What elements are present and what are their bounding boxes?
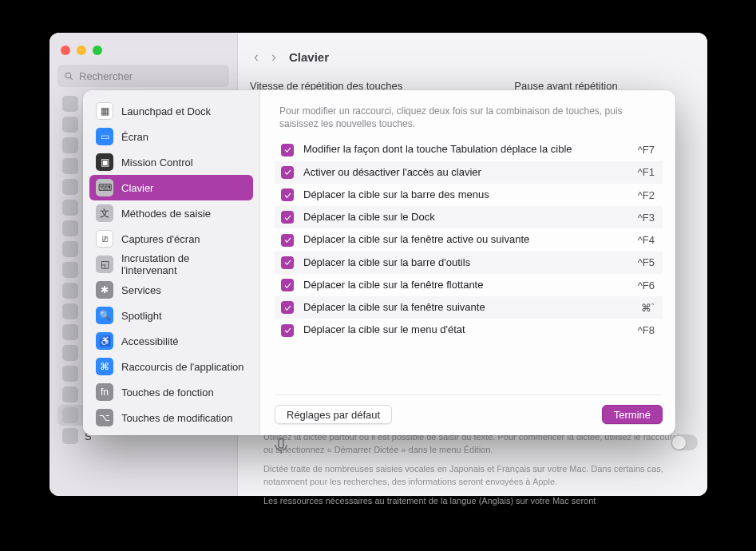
bg-sidebar-item-icon bbox=[62, 386, 78, 402]
shortcut-keys[interactable]: ^F7 bbox=[638, 144, 655, 156]
shortcut-list: Modifier la façon dont la touche Tabulat… bbox=[275, 138, 663, 388]
bg-sidebar-item-icon bbox=[62, 262, 78, 278]
category-item-label: Incrustation de l'intervenant bbox=[121, 252, 247, 276]
bg-sidebar-item-icon bbox=[62, 158, 78, 174]
category-item-label: Spotlight bbox=[121, 310, 162, 322]
shortcut-keys[interactable]: ^F5 bbox=[638, 256, 655, 268]
category-item-label: Clavier bbox=[121, 182, 153, 194]
category-item[interactable]: ⌘Raccourcis de l'application bbox=[89, 354, 253, 379]
shortcut-label: Déplacer la cible sur le Dock bbox=[303, 211, 628, 224]
category-item[interactable]: ▦Launchpad et Dock bbox=[89, 98, 253, 124]
zoom-window-button[interactable] bbox=[93, 46, 102, 55]
category-item[interactable]: ✱Services bbox=[89, 277, 253, 303]
back-button[interactable]: ‹ bbox=[254, 49, 259, 65]
bg-sidebar-item-icon bbox=[62, 303, 78, 319]
shortcut-keys[interactable]: ^F4 bbox=[638, 234, 655, 246]
shortcut-row[interactable]: Déplacer la cible sur la barre des menus… bbox=[275, 184, 663, 206]
bg-sidebar-item-icon bbox=[62, 241, 78, 257]
category-item[interactable]: 文Méthodes de saisie bbox=[89, 200, 253, 226]
category-item-icon: ♿ bbox=[96, 332, 113, 350]
shortcut-label: Déplacer la cible sur la fenêtre flottan… bbox=[303, 279, 628, 291]
category-item-icon: ▣ bbox=[96, 153, 113, 171]
close-window-button[interactable] bbox=[61, 46, 70, 55]
category-item-icon: 🔍 bbox=[96, 307, 113, 324]
category-item[interactable]: ⌨Clavier bbox=[89, 175, 253, 200]
shortcuts-sheet: ▦Launchpad et Dock▭Écran▣Mission Control… bbox=[83, 90, 675, 435]
category-item[interactable]: 🔍Spotlight bbox=[89, 303, 253, 328]
shortcut-checkbox[interactable] bbox=[281, 301, 294, 314]
search-placeholder: Rechercher bbox=[79, 70, 133, 82]
category-item-icon: ▭ bbox=[96, 128, 113, 145]
category-item-icon: ⌘ bbox=[96, 358, 113, 375]
done-button[interactable]: Terminé bbox=[602, 405, 663, 424]
restore-defaults-button[interactable]: Réglages par défaut bbox=[275, 405, 392, 424]
bg-sidebar-item-icon bbox=[62, 117, 78, 133]
shortcut-row[interactable]: Déplacer la cible sur la fenêtre suivant… bbox=[275, 296, 663, 319]
category-item-icon: ⌥ bbox=[96, 409, 113, 426]
shortcut-keys[interactable]: ^F8 bbox=[638, 324, 655, 336]
shortcut-checkbox[interactable] bbox=[281, 324, 294, 337]
shortcut-label: Déplacer la cible sur la fenêtre active … bbox=[303, 233, 628, 246]
category-item[interactable]: fnTouches de fonction bbox=[89, 379, 253, 405]
shortcut-checkbox[interactable] bbox=[281, 188, 294, 201]
shortcut-keys[interactable]: ⌘` bbox=[641, 302, 655, 314]
category-item-icon: 文 bbox=[96, 204, 113, 222]
shortcut-row[interactable]: Modifier la façon dont la touche Tabulat… bbox=[275, 138, 663, 161]
category-item[interactable]: ▭Écran bbox=[89, 124, 253, 149]
shortcut-keys[interactable]: ^F2 bbox=[638, 189, 655, 201]
shortcut-checkbox[interactable] bbox=[281, 234, 294, 247]
bg-sidebar-item-icon bbox=[62, 137, 78, 153]
shortcut-checkbox[interactable] bbox=[281, 144, 294, 157]
shortcut-checkbox[interactable] bbox=[281, 279, 294, 291]
forward-button[interactable]: › bbox=[271, 49, 276, 65]
bg-sidebar-item-icon bbox=[62, 345, 78, 361]
category-item[interactable]: ♿Accessibilité bbox=[89, 328, 253, 354]
settings-topbar: ‹ › Clavier bbox=[254, 41, 691, 73]
minimize-window-button[interactable] bbox=[77, 46, 86, 55]
category-item-label: Services bbox=[121, 284, 161, 296]
done-label: Terminé bbox=[614, 409, 651, 421]
shortcut-row[interactable]: Déplacer la cible sur la barre d'outils^… bbox=[275, 252, 663, 274]
shortcut-checkbox[interactable] bbox=[281, 166, 294, 179]
category-item-icon: ▦ bbox=[96, 102, 113, 120]
shortcut-label: Déplacer la cible sur la barre des menus bbox=[303, 188, 628, 201]
bg-sidebar-item-icon bbox=[62, 96, 78, 112]
category-item-icon: ✱ bbox=[96, 281, 113, 299]
search-input[interactable]: Rechercher bbox=[57, 65, 229, 87]
page-title: Clavier bbox=[289, 50, 329, 64]
category-item[interactable]: ⌥Touches de modification bbox=[89, 405, 253, 430]
shortcuts-main: Pour modifier un raccourci, cliquez deux… bbox=[260, 90, 675, 435]
shortcut-label: Modifier la façon dont la touche Tabulat… bbox=[303, 143, 628, 156]
category-item-label: Écran bbox=[121, 131, 148, 143]
dictation-line3: Les ressources nécessaires au traitement… bbox=[263, 495, 691, 508]
category-item[interactable]: ▣Mission Control bbox=[89, 149, 253, 175]
shortcut-row[interactable]: Déplacer la cible sur le menu d'état^F8 bbox=[275, 319, 663, 341]
instruction-text: Pour modifier un raccourci, cliquez deux… bbox=[275, 105, 663, 138]
shortcut-label: Déplacer la cible sur la fenêtre suivant… bbox=[303, 301, 631, 314]
shortcut-row[interactable]: Activer ou désactiver l'accès au clavier… bbox=[275, 161, 663, 184]
shortcut-keys[interactable]: ^F1 bbox=[638, 166, 655, 178]
category-item-label: Méthodes de saisie bbox=[121, 208, 211, 220]
bg-sidebar-item-icon bbox=[62, 200, 78, 216]
category-item[interactable]: ◱Incrustation de l'intervenant bbox=[89, 252, 253, 277]
shortcut-row[interactable]: Déplacer la cible sur la fenêtre active … bbox=[275, 228, 663, 251]
shortcut-label: Déplacer la cible sur la barre d'outils bbox=[303, 256, 628, 269]
search-icon bbox=[64, 71, 74, 81]
dictation-description: Utilisez la dictée partout où il est pos… bbox=[263, 431, 691, 508]
shortcut-keys[interactable]: ^F6 bbox=[638, 279, 655, 291]
shortcut-row[interactable]: Déplacer la cible sur le Dock^F3 bbox=[275, 206, 663, 228]
shortcut-label: Déplacer la cible sur le menu d'état bbox=[303, 323, 628, 336]
shortcut-row[interactable]: Déplacer la cible sur la fenêtre flottan… bbox=[275, 274, 663, 296]
restore-defaults-label: Réglages par défaut bbox=[287, 409, 380, 421]
dictation-toggle[interactable] bbox=[671, 434, 698, 450]
shortcut-checkbox[interactable] bbox=[281, 256, 294, 269]
svg-line-1 bbox=[70, 77, 73, 80]
bg-sidebar-item-icon bbox=[62, 407, 78, 423]
bg-sidebar-item-icon bbox=[62, 366, 78, 382]
category-item[interactable]: ⎚Captures d'écran bbox=[89, 226, 253, 252]
shortcut-keys[interactable]: ^F3 bbox=[638, 212, 655, 224]
category-item-icon: ◱ bbox=[96, 256, 113, 273]
category-item-label: Mission Control bbox=[121, 157, 193, 168]
shortcut-checkbox[interactable] bbox=[281, 211, 294, 224]
svg-point-0 bbox=[65, 73, 71, 78]
